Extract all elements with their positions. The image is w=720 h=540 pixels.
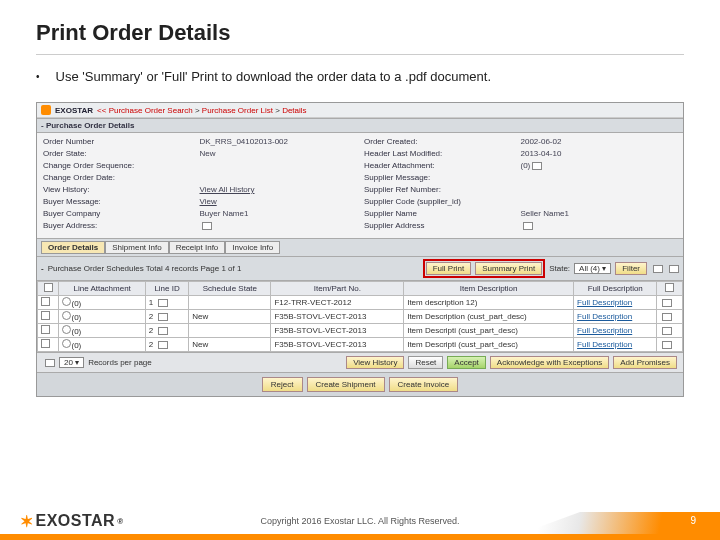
field-row: Header Attachment:(0) — [364, 160, 677, 172]
state-dropdown[interactable]: All (4) ▾ — [574, 263, 611, 274]
cell-line-id: 2 — [145, 338, 188, 352]
field-value[interactable]: View All History — [200, 184, 357, 196]
field-label: Buyer Address: — [43, 220, 200, 232]
attachment-icon[interactable] — [62, 339, 71, 348]
pager-prev-icon[interactable] — [45, 359, 55, 367]
view-history-button[interactable]: View History — [346, 356, 404, 369]
field-row: Order State:New — [43, 148, 356, 160]
create-shipment-button[interactable]: Create Shipment — [307, 377, 385, 392]
row-checkbox[interactable] — [41, 297, 50, 306]
row-action-icon[interactable] — [662, 341, 672, 349]
attachment-icon[interactable] — [62, 311, 71, 320]
field-row: Change Order Sequence: — [43, 160, 356, 172]
expand-icon[interactable] — [202, 222, 212, 230]
cell-full-desc[interactable]: Full Description — [574, 296, 657, 310]
schedules-title: Purchase Order Schedules Total 4 records… — [48, 264, 242, 273]
print-buttons-highlight: Full Print Summary Print — [423, 259, 545, 278]
field-row: Buyer Message:View — [43, 196, 356, 208]
field-value: (0) — [521, 160, 678, 172]
summary-print-button[interactable]: Summary Print — [475, 262, 542, 275]
pager-row: 20 ▾ Records per page View History Reset… — [37, 352, 683, 372]
field-label: Buyer Message: — [43, 196, 200, 208]
expand-icon[interactable] — [532, 162, 542, 170]
attachment-icon[interactable] — [62, 297, 71, 306]
checkbox[interactable] — [665, 283, 674, 292]
col-header[interactable]: Full Description — [574, 282, 657, 296]
breadcrumb-search[interactable]: Purchase Order Search — [109, 106, 193, 115]
field-label: Supplier Message: — [364, 172, 521, 184]
row-checkbox[interactable] — [41, 311, 50, 320]
field-value: New — [200, 148, 357, 160]
acknowledge-button[interactable]: Acknowledge with Exceptions — [490, 356, 609, 369]
col-header[interactable]: Line Attachment — [59, 282, 145, 296]
print-icon[interactable] — [669, 265, 679, 273]
table-row: (0) 1 F12-TRR-VECT-2012 Item description… — [38, 296, 683, 310]
field-row: Buyer Address: — [43, 220, 356, 232]
details-section-header: - Purchase Order Details — [37, 118, 683, 133]
cell-attachment[interactable]: (0) — [59, 310, 145, 324]
reject-button[interactable]: Reject — [262, 377, 303, 392]
page-size-dropdown[interactable]: 20 ▾ — [59, 357, 84, 368]
field-value — [200, 220, 357, 232]
col-header[interactable] — [657, 282, 683, 296]
cell-line-id: 1 — [145, 296, 188, 310]
col-header[interactable]: Item Description — [404, 282, 574, 296]
row-action-icon[interactable] — [662, 313, 672, 321]
table-row: (0) 2 F35B-STOVL-VECT-2013 Item Descript… — [38, 324, 683, 338]
col-header[interactable] — [38, 282, 59, 296]
field-row: Order Created:2002-06-02 — [364, 136, 677, 148]
field-row: View History:View All History — [43, 184, 356, 196]
tab-order-details[interactable]: Order Details — [41, 241, 105, 254]
cell-item-no: F35B-STOVL-VECT-2013 — [271, 310, 404, 324]
copyright-text: Copyright 2016 Exostar LLC. All Rights R… — [260, 516, 459, 526]
cell-attachment[interactable]: (0) — [59, 338, 145, 352]
attachment-icon[interactable] — [62, 325, 71, 334]
add-promises-button[interactable]: Add Promises — [613, 356, 677, 369]
field-value: Seller Name1 — [521, 208, 678, 220]
row-action-icon[interactable] — [662, 299, 672, 307]
breadcrumb[interactable]: << Purchase Order Search > Purchase Orde… — [97, 106, 307, 115]
cell-full-desc[interactable]: Full Description — [574, 338, 657, 352]
col-header[interactable]: Item/Part No. — [271, 282, 404, 296]
line-icon[interactable] — [158, 313, 168, 321]
full-print-button[interactable]: Full Print — [426, 262, 472, 275]
line-icon[interactable] — [158, 299, 168, 307]
field-label: Supplier Ref Number: — [364, 184, 521, 196]
field-label: Order Number — [43, 136, 200, 148]
field-value[interactable]: View — [200, 196, 357, 208]
breadcrumb-back[interactable]: << — [97, 106, 106, 115]
field-value: DK_RRS_04102013-002 — [200, 136, 357, 148]
row-action-icon[interactable] — [662, 327, 672, 335]
expand-icon[interactable] — [523, 222, 533, 230]
col-header[interactable]: Schedule State — [189, 282, 271, 296]
field-value — [200, 160, 357, 172]
col-header[interactable]: Line ID — [145, 282, 188, 296]
cell-full-desc[interactable]: Full Description — [574, 310, 657, 324]
cell-full-desc[interactable]: Full Description — [574, 324, 657, 338]
line-icon[interactable] — [158, 341, 168, 349]
cell-state — [189, 296, 271, 310]
filter-button[interactable]: Filter — [615, 262, 647, 275]
field-label: Header Attachment: — [364, 160, 521, 172]
create-invoice-button[interactable]: Create Invoice — [389, 377, 459, 392]
row-checkbox[interactable] — [41, 339, 50, 348]
field-row: Supplier NameSeller Name1 — [364, 208, 677, 220]
cell-attachment[interactable]: (0) — [59, 324, 145, 338]
field-value: 2002-06-02 — [521, 136, 678, 148]
breadcrumb-list[interactable]: Purchase Order List — [202, 106, 273, 115]
breadcrumb-details[interactable]: Details — [282, 106, 306, 115]
checkbox[interactable] — [44, 283, 53, 292]
cell-state: New — [189, 338, 271, 352]
tab-invoice-info[interactable]: Invoice Info — [225, 241, 280, 254]
reset-button[interactable]: Reset — [408, 356, 443, 369]
accept-button[interactable]: Accept — [447, 356, 485, 369]
tab-receipt-info[interactable]: Receipt Info — [169, 241, 226, 254]
field-row: Buyer CompanyBuyer Name1 — [43, 208, 356, 220]
cell-description: Item Descripti (cust_part_desc) — [404, 324, 574, 338]
field-value — [521, 196, 678, 208]
cell-attachment[interactable]: (0) — [59, 296, 145, 310]
row-checkbox[interactable] — [41, 325, 50, 334]
line-icon[interactable] — [158, 327, 168, 335]
export-icon[interactable] — [653, 265, 663, 273]
tab-shipment-info[interactable]: Shipment Info — [105, 241, 168, 254]
